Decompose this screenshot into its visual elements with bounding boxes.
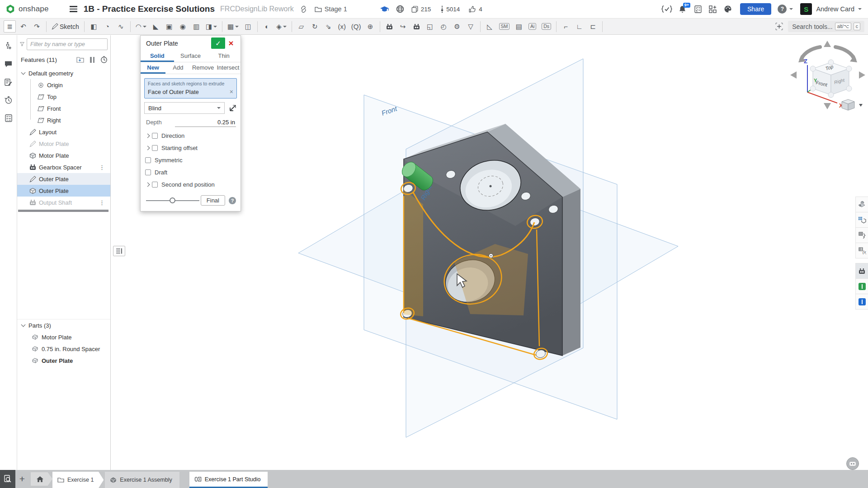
second-end-checkbox[interactable] (152, 182, 158, 188)
document-copies-stat[interactable]: 215 (411, 6, 431, 13)
assistant-bubble-icon[interactable] (846, 457, 859, 470)
tool-ds-button[interactable]: Ds (540, 20, 553, 33)
tool-revolve-button[interactable]: ◔ (101, 20, 113, 33)
likes-stat[interactable]: 4 (469, 6, 482, 13)
main-menu-icon[interactable] (70, 6, 77, 12)
feature-row[interactable]: Output Shaft⋮ (17, 197, 110, 208)
part-row[interactable]: Motor Plate (17, 331, 110, 343)
tool-mirror-button[interactable]: ◫ (242, 20, 254, 33)
front-plane-label[interactable]: Front (380, 104, 398, 117)
account-caret-icon[interactable] (858, 8, 862, 10)
fs-verify-icon[interactable] (661, 5, 672, 13)
tool-flatten-button[interactable]: ⌐ (560, 20, 572, 33)
tool-ai-button[interactable]: Ai (526, 20, 538, 33)
tool-named-views-button[interactable]: ◱ (424, 20, 436, 33)
3d-viewport[interactable]: Front Right (0, 0, 868, 488)
tab-intersect[interactable]: Intersect (216, 62, 241, 74)
theme-palette-icon[interactable] (724, 5, 732, 13)
reference-planes[interactable] (298, 59, 678, 437)
suppress-pause-icon[interactable] (90, 57, 94, 63)
feature-row[interactable]: Default geometry (17, 67, 110, 79)
flip-direction-icon[interactable] (228, 104, 237, 112)
comments-icon[interactable] (3, 58, 14, 70)
rollback-clock-icon[interactable] (100, 56, 108, 63)
expand-chevron-icon[interactable] (146, 134, 150, 138)
tool-shell-button[interactable]: ▣ (163, 20, 175, 33)
tab-add[interactable]: Add (165, 62, 190, 74)
green-notebook-icon[interactable] (855, 278, 868, 294)
tool-curve-button[interactable]: ↪ (397, 20, 409, 33)
feature-row[interactable]: Origin (17, 79, 110, 91)
tab-thin[interactable]: Thin (207, 51, 241, 62)
view-cube[interactable]: Z X Top Front Right Y (788, 39, 868, 115)
tool-linkage-button[interactable]: ⊕ (364, 20, 377, 33)
share-button[interactable]: Share (740, 3, 771, 15)
draft-checkbox[interactable] (145, 169, 151, 175)
tool-featurescript-search-button[interactable]: (Q) (349, 20, 363, 33)
tab-remove[interactable]: Remove (191, 62, 216, 74)
tool-sketch-button[interactable]: Sketch (50, 20, 81, 33)
tab-search-icon[interactable] (0, 470, 15, 488)
tool-bend-button[interactable]: ∟ (573, 20, 585, 33)
configuration-icon[interactable] (855, 227, 868, 243)
document-notes-icon[interactable] (3, 76, 14, 88)
parts-header-row[interactable]: Parts (3) (17, 319, 110, 331)
help-button[interactable]: ? (778, 5, 787, 14)
option-symmetric[interactable]: Symmetric (141, 154, 241, 166)
collapse-chevron-icon[interactable] (21, 323, 26, 327)
public-globe-icon[interactable] (396, 5, 404, 13)
document-views-stat[interactable]: 5014 (441, 5, 460, 13)
filter-input[interactable] (27, 38, 108, 50)
blue-notebook-icon[interactable] (855, 294, 868, 310)
feature-row[interactable]: Top (17, 91, 110, 103)
tool-transform-button[interactable]: ◈ (274, 20, 288, 33)
robot-doc-icon[interactable] (855, 263, 868, 279)
option-draft[interactable]: Draft (141, 166, 241, 178)
help-caret-icon[interactable] (789, 8, 793, 10)
cancel-button[interactable]: × (225, 38, 237, 49)
expand-chevron-icon[interactable] (21, 70, 26, 75)
feature-row[interactable]: Outer Plate (17, 173, 110, 185)
tool-sheet-metal-button[interactable]: SM (497, 20, 512, 33)
rollback-bar-handle[interactable] (113, 246, 125, 256)
appearance-panel-icon[interactable] (855, 197, 868, 212)
direction-checkbox[interactable] (152, 133, 158, 139)
depth-input[interactable]: 0.25 in (175, 119, 236, 127)
end-condition-dropdown[interactable]: Blind (144, 102, 225, 114)
arrow-down-icon[interactable] (824, 103, 831, 109)
tab-new[interactable]: New (141, 62, 165, 74)
tool-import-button[interactable]: ⇘ (322, 20, 335, 33)
tool-gearbox-generator-button[interactable] (410, 20, 423, 33)
part-row[interactable]: 0.75 in. Round Spacer (17, 343, 110, 355)
history-icon[interactable] (3, 94, 14, 106)
tool-extrude-button[interactable]: ◧ (88, 20, 100, 33)
tool-thread-button[interactable]: ▥ (190, 20, 203, 33)
tool-helix-button[interactable]: ↻ (309, 20, 321, 33)
onshape-logo[interactable]: onshape (5, 4, 49, 14)
option-direction[interactable]: Direction (141, 130, 241, 142)
configuration-variables-icon[interactable]: (x) (855, 243, 868, 258)
expand-chevron-icon[interactable] (146, 183, 150, 187)
starting-offset-checkbox[interactable] (152, 145, 158, 151)
dialog-help-icon[interactable]: ? (229, 197, 236, 204)
accept-button[interactable]: ✓ (211, 38, 225, 49)
tool-filter-button[interactable]: ▽ (465, 20, 477, 33)
tool-plane-button[interactable]: ▱ (295, 20, 307, 33)
tab-exercise-1-part-studio[interactable]: Exercise 1 Part Studio (189, 472, 268, 488)
feature-config-icon[interactable]: ⋮ (99, 164, 105, 171)
tool-hole-wizard-button[interactable]: ◨ (204, 20, 219, 33)
feature-config-icon[interactable]: ⋮ (99, 199, 105, 206)
tool-mate-connector-button[interactable]: ◴ (438, 20, 450, 33)
tool-sweep-button[interactable]: ∿ (115, 20, 127, 33)
feature-row[interactable]: Right (17, 114, 110, 126)
arrow-left-icon[interactable] (790, 71, 797, 79)
bom-table-icon[interactable] (855, 212, 868, 228)
tool-linear-pattern-button[interactable]: ▦ (226, 20, 241, 33)
search-tools[interactable]: Search tools... alt/⌥ c (788, 21, 864, 32)
tool-belt-calculator-button[interactable] (383, 20, 396, 33)
arrow-right-icon[interactable] (859, 71, 865, 79)
tool-undo-button[interactable]: ↶ (17, 20, 29, 33)
feature-row[interactable]: Outer Plate (17, 185, 110, 197)
tab-exercise-1-assembly[interactable]: Exercise 1 Assembly (105, 472, 179, 488)
document-location[interactable]: Stage 1 (315, 5, 347, 13)
